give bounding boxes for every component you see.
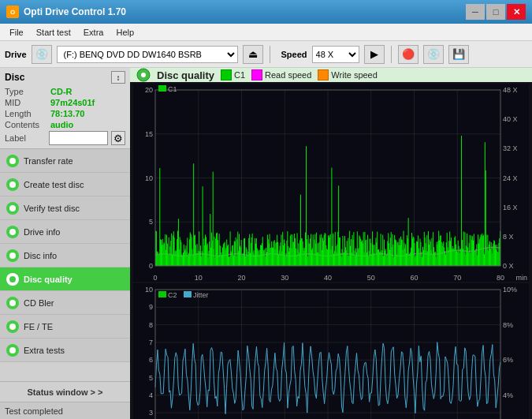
nav-label-fe-te: FE / TE <box>24 322 53 331</box>
nav-icon-transfer <box>6 155 19 167</box>
title-bar: O Opti Drive Control 1.70 ─ □ ✕ <box>0 0 532 24</box>
sidebar-nav: Transfer rate Create test disc Verify te… <box>0 149 130 381</box>
status-window-button[interactable]: Status window > > <box>0 381 130 402</box>
nav-icon-fe-te <box>6 320 19 333</box>
test-complete-text: Test completed <box>5 406 63 416</box>
label-settings-button[interactable]: ⚙ <box>111 131 125 145</box>
chart-header: Disc quality C1 Read speed Write speed <box>130 68 532 82</box>
svg-point-5 <box>9 276 16 282</box>
nav-icon-cd-bler <box>6 297 19 309</box>
disc-contents-value: audio <box>50 120 73 129</box>
maximize-button[interactable]: □ <box>486 4 505 20</box>
nav-label-verify: Verify test disc <box>24 204 80 213</box>
disc-panel-title: Disc <box>5 72 24 83</box>
nav-icon-verify <box>6 202 19 215</box>
nav-label-cd-bler: CD Bler <box>24 298 54 308</box>
drive-select[interactable]: (F:) BENQ DVD DD DW1640 BSRB <box>57 46 238 63</box>
disc-length-label: Length <box>5 109 50 118</box>
disc-type-value: CD-R <box>50 87 73 96</box>
disc-length-value: 78:13.70 <box>50 109 84 118</box>
legend-c1-dot <box>221 69 232 80</box>
menu-bar: File Start test Extra Help <box>0 24 532 41</box>
app-icon: O <box>6 6 19 18</box>
speed-label: Speed <box>281 50 307 59</box>
disc-info-panel: Disc ↕ Type CD-R MID 97m24s01f Length 78… <box>0 68 130 149</box>
nav-disc-info[interactable]: Disc info <box>0 244 130 267</box>
legend-read-speed: Read speed <box>251 69 311 80</box>
minimize-button[interactable]: ─ <box>466 4 485 20</box>
main-layout: Disc ↕ Type CD-R MID 97m24s01f Length 78… <box>0 68 532 419</box>
disc-contents-label: Contents <box>5 120 50 129</box>
eject-button[interactable]: ⏏ <box>243 45 263 64</box>
legend-write-label: Write speed <box>331 70 378 80</box>
nav-icon-disc-info <box>6 249 19 262</box>
nav-disc-quality[interactable]: Disc quality <box>0 267 130 291</box>
drive-label: Drive <box>5 50 27 59</box>
disc-type-label: Type <box>5 87 50 96</box>
app-title: Opti Drive Control 1.70 <box>24 6 126 17</box>
sidebar: Disc ↕ Type CD-R MID 97m24s01f Length 78… <box>0 68 130 419</box>
window-controls: ─ □ ✕ <box>466 4 526 20</box>
svg-point-2 <box>9 205 16 211</box>
svg-point-6 <box>9 300 16 306</box>
content-area: Disc quality C1 Read speed Write speed <box>130 68 532 419</box>
disc-button[interactable]: 💿 <box>423 45 444 64</box>
nav-label-create: Create test disc <box>24 180 84 189</box>
nav-label-transfer: Transfer rate <box>24 156 73 166</box>
nav-create-test-disc[interactable]: Create test disc <box>0 173 130 196</box>
disc-quality-icon <box>136 68 151 82</box>
nav-cd-bler[interactable]: CD Bler <box>0 291 130 315</box>
nav-icon-extra-tests <box>6 344 19 357</box>
svg-point-0 <box>9 158 16 164</box>
nav-icon-drive-info <box>6 226 19 238</box>
legend-read-label: Read speed <box>265 70 311 80</box>
svg-point-3 <box>9 229 16 235</box>
jitter-chart-canvas <box>133 283 529 419</box>
nav-label-drive-info: Drive info <box>24 227 60 237</box>
svg-point-7 <box>9 324 16 330</box>
disc-mid-label: MID <box>5 98 50 107</box>
nav-icon-disc-quality <box>6 273 19 286</box>
status-window-label: Status window > > <box>28 387 103 397</box>
menu-file[interactable]: File <box>3 26 30 39</box>
nav-icon-create <box>6 178 19 191</box>
drive-icon-button[interactable]: 💿 <box>32 45 52 64</box>
svg-point-1 <box>9 181 16 188</box>
nav-label-extra-tests: Extra tests <box>24 346 65 355</box>
test-bar: Test completed <box>0 402 130 419</box>
nav-label-disc-quality: Disc quality <box>24 275 73 284</box>
speed-arrow-button[interactable]: ▶ <box>364 45 385 64</box>
chart-title: Disc quality <box>157 69 214 81</box>
disc-arrow-button[interactable]: ↕ <box>111 71 125 84</box>
menu-extra[interactable]: Extra <box>77 26 110 39</box>
app-window: O Opti Drive Control 1.70 ─ □ ✕ File Sta… <box>0 0 532 419</box>
menu-help[interactable]: Help <box>110 26 140 39</box>
nav-transfer-rate[interactable]: Transfer rate <box>0 149 130 173</box>
speed-select[interactable]: 48 X <box>312 46 359 63</box>
legend-write-dot <box>318 69 329 80</box>
nav-drive-info[interactable]: Drive info <box>0 220 130 244</box>
svg-point-8 <box>9 347 16 354</box>
charts-area <box>130 82 532 419</box>
disc-mid-value: 97m24s01f <box>50 98 95 107</box>
legend-write-speed: Write speed <box>318 69 378 80</box>
c1-chart-canvas <box>133 84 529 282</box>
disc-label-text: Label <box>5 133 46 143</box>
legend-c1-label: C1 <box>234 70 245 80</box>
nav-label-disc-info: Disc info <box>24 251 57 260</box>
svg-point-4 <box>9 253 16 259</box>
disc-label-input[interactable] <box>49 131 108 145</box>
erase-button[interactable]: 🔴 <box>398 45 419 64</box>
nav-fe-te[interactable]: FE / TE <box>0 315 130 339</box>
close-button[interactable]: ✕ <box>507 4 526 20</box>
menu-start-test[interactable]: Start test <box>30 26 77 39</box>
legend-read-dot <box>251 69 262 80</box>
svg-point-10 <box>141 73 146 77</box>
legend-c1: C1 <box>221 69 245 80</box>
nav-extra-tests[interactable]: Extra tests <box>0 339 130 362</box>
drive-bar: Drive 💿 (F:) BENQ DVD DD DW1640 BSRB ⏏ S… <box>0 41 532 68</box>
nav-verify-test-disc[interactable]: Verify test disc <box>0 196 130 220</box>
save-button[interactable]: 💾 <box>448 45 469 64</box>
